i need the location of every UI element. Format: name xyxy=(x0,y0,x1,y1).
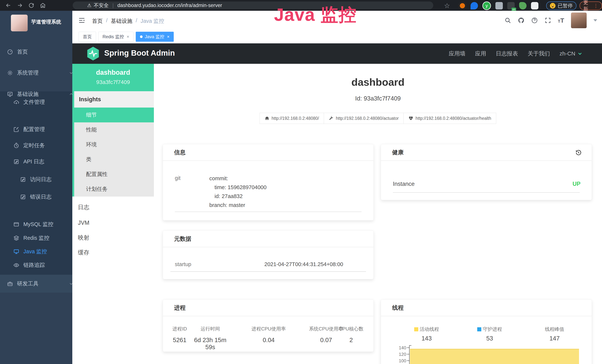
log-edit-icon xyxy=(20,177,26,182)
url-text[interactable]: dashboard.yudao.iocoder.cn/infra/admin-s… xyxy=(117,3,222,8)
health-status-badge: UP xyxy=(572,181,580,187)
paused-button[interactable]: 已暂停 xyxy=(546,1,576,10)
security-warning-icon[interactable]: ⚠ xyxy=(87,3,91,8)
sba-nav-about[interactable]: 关于我们 xyxy=(528,50,550,57)
header-actions: TT xyxy=(505,11,597,30)
sba-language-select[interactable]: zh-CN xyxy=(559,50,582,57)
extension-notes-icon[interactable]: on xyxy=(507,2,515,10)
fullscreen-icon[interactable] xyxy=(545,17,551,24)
cloud-upload-icon xyxy=(13,99,19,105)
stat-process-cpu: 进程CPU使用率 0.04 xyxy=(247,326,291,344)
tab-home[interactable]: 首页 xyxy=(79,32,96,42)
tab-java-monitor[interactable]: Java 监控 × xyxy=(136,32,174,42)
sidebar-item-dev-tools[interactable]: 研发工具 xyxy=(0,275,79,293)
sidebar-item-label: 访问日志 xyxy=(30,176,52,183)
sba-nav-journal[interactable]: 日志报表 xyxy=(496,50,518,57)
sba-sidebar-item-caches[interactable]: 缓存 xyxy=(72,245,154,260)
breadcrumb-infra[interactable]: 基础设施 xyxy=(111,17,132,25)
tag-tabs-bar: 首页 Redis 监控 × Java 监控 × xyxy=(72,30,602,43)
sidebar-item-label: 系统管理 xyxy=(17,69,39,76)
instance-header[interactable]: dashboard 93a3fc7f7409 xyxy=(72,64,154,91)
hamburger-icon[interactable] xyxy=(78,17,85,24)
divider xyxy=(393,192,580,193)
legend-daemon-threads: 守护进程 xyxy=(477,326,502,332)
legend-label: 线程峰值 xyxy=(545,326,564,332)
forward-icon[interactable] xyxy=(17,2,23,9)
extension-pin-icon[interactable] xyxy=(471,2,478,10)
metadata-key: startup xyxy=(175,261,191,268)
sba-item-label: 日志 xyxy=(78,203,89,211)
user-avatar[interactable] xyxy=(571,12,587,28)
extension-beetle-icon[interactable] xyxy=(519,2,527,10)
app-logo-row[interactable]: 芋道管理系统 xyxy=(0,13,72,31)
sba-sidebar-item-config-props[interactable]: 配置属性 xyxy=(74,167,154,182)
address-bar[interactable]: ⚠ 不安全 | dashboard.yudao.iocoder.cn/infra… xyxy=(73,1,433,9)
sba-brand-title[interactable]: Spring Boot Admin xyxy=(104,49,175,57)
stat-cpu-cores: CPU核心数 2 xyxy=(338,326,364,344)
address-divider: | xyxy=(112,3,114,8)
font-size-icon[interactable]: TT xyxy=(558,17,564,24)
back-icon[interactable] xyxy=(5,2,11,9)
extension-orange-icon[interactable] xyxy=(459,2,466,10)
stat-value: 2 xyxy=(338,337,364,344)
sba-sidebar-item-jvm[interactable]: JVM xyxy=(72,215,154,230)
sba-nav-applications[interactable]: 应用 xyxy=(475,50,486,57)
instance-id: 93a3fc7f7409 xyxy=(72,79,154,85)
avatar-caret-icon[interactable] xyxy=(593,19,597,21)
divider xyxy=(170,271,366,272)
close-icon[interactable]: × xyxy=(167,34,170,39)
sba-item-label: 缓存 xyxy=(78,249,89,257)
breadcrumb-separator: / xyxy=(106,17,108,25)
spring-boot-admin-logo[interactable] xyxy=(86,46,100,61)
sba-sidebar-item-mappings[interactable]: 映射 xyxy=(72,230,154,245)
sba-sidebar-item-classes[interactable]: 类 xyxy=(74,152,154,167)
actuator-url: http://192.168.0.2:48080/actuator xyxy=(336,116,399,121)
help-icon[interactable] xyxy=(531,17,538,24)
history-icon[interactable] xyxy=(575,149,582,156)
health-url: http://192.168.0.2:48080/actuator/health xyxy=(416,116,491,121)
service-url-button[interactable]: http://192.168.0.2:48080/ xyxy=(259,113,324,124)
extension-y-icon[interactable]: y xyxy=(483,1,491,10)
actuator-url-button[interactable]: http://192.168.0.2:48080/actuator xyxy=(324,113,404,124)
home-icon[interactable] xyxy=(40,2,46,9)
breadcrumb-home[interactable]: 首页 xyxy=(92,17,103,25)
reload-icon[interactable] xyxy=(28,2,34,9)
page-instance-id: Id: 93a3fc7f7409 xyxy=(154,95,602,102)
sba-sidebar-item-details[interactable]: 细节 xyxy=(74,107,154,122)
sidebar-item-label: 首页 xyxy=(17,48,28,56)
sba-sidebar-item-scheduled-tasks[interactable]: 计划任务 xyxy=(74,182,154,197)
sba-main-content: dashboard Id: 93a3fc7f7409 http://192.16… xyxy=(154,64,602,364)
tab-label: 首页 xyxy=(83,34,92,40)
gear-icon xyxy=(7,70,13,76)
bookmark-star-icon[interactable]: ☆ xyxy=(444,2,450,10)
search-icon[interactable] xyxy=(505,17,511,24)
insights-active-strip xyxy=(72,91,74,197)
tick-mark xyxy=(407,347,409,348)
log-edit-icon xyxy=(13,159,19,165)
sba-sidebar-item-logs[interactable]: 日志 xyxy=(72,200,154,215)
breadcrumb-current: Java 监控 xyxy=(140,17,164,25)
browser-menu-icon[interactable]: ⋮ xyxy=(593,3,598,9)
stat-label: CPU核心数 xyxy=(338,326,364,332)
tab-redis-monitor[interactable]: Redis 监控 × xyxy=(98,32,133,42)
database-window-icon xyxy=(13,221,19,227)
info-value: commit: time: 1596289704000 id: 27aa832 … xyxy=(209,174,267,210)
sba-sidebar-item-environment[interactable]: 环境 xyxy=(74,137,154,152)
sidebar-item-label: 定时任务 xyxy=(23,142,45,149)
extension-puzzle-icon[interactable] xyxy=(531,2,538,10)
github-icon[interactable] xyxy=(518,17,525,24)
close-icon[interactable]: × xyxy=(127,34,129,39)
extension-grid-icon[interactable] xyxy=(495,2,503,10)
app-logo-image xyxy=(11,14,28,32)
sba-nav-wallboard[interactable]: 应用墙 xyxy=(449,50,465,57)
annotation-text: Java 监控 xyxy=(274,3,357,27)
sidebar-item-home[interactable]: 首页 xyxy=(0,44,79,60)
update-button[interactable]: 更新 ⋮ xyxy=(580,1,602,10)
health-url-button[interactable]: http://192.168.0.2:48080/actuator/health xyxy=(403,113,496,124)
sidebar-item-system[interactable]: 系统管理 xyxy=(0,65,79,81)
emoji-face-icon xyxy=(550,3,556,9)
health-card-title: 健康 xyxy=(381,144,592,161)
security-label[interactable]: 不安全 xyxy=(94,2,109,9)
sba-sidebar-item-metrics[interactable]: 性能 xyxy=(74,122,154,137)
screen: ⚠ 不安全 | dashboard.yudao.iocoder.cn/infra… xyxy=(0,0,602,364)
